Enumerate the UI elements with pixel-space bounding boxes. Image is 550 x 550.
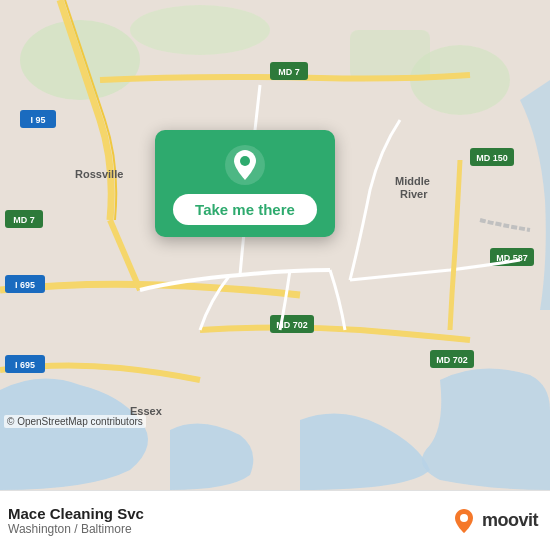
svg-text:MD 150: MD 150 bbox=[476, 153, 508, 163]
place-name: Mace Cleaning Svc bbox=[8, 505, 144, 522]
location-pin-icon bbox=[224, 144, 266, 186]
place-region: Washington / Baltimore bbox=[8, 522, 144, 536]
moovit-logo: moovit bbox=[450, 507, 538, 535]
bottom-bar: Mace Cleaning Svc Washington / Baltimore… bbox=[0, 490, 550, 550]
moovit-icon bbox=[450, 507, 478, 535]
svg-rect-3 bbox=[350, 30, 430, 80]
svg-point-29 bbox=[460, 514, 468, 522]
svg-text:MD 702: MD 702 bbox=[436, 355, 468, 365]
svg-point-4 bbox=[130, 5, 270, 55]
svg-text:River: River bbox=[400, 188, 428, 200]
popup-card: Take me there bbox=[155, 130, 335, 237]
svg-text:MD 7: MD 7 bbox=[13, 215, 35, 225]
moovit-text: moovit bbox=[482, 510, 538, 531]
place-info: Mace Cleaning Svc Washington / Baltimore bbox=[8, 505, 144, 536]
attribution: © OpenStreetMap contributors bbox=[4, 415, 146, 428]
take-me-there-button[interactable]: Take me there bbox=[173, 194, 317, 225]
svg-point-28 bbox=[240, 156, 250, 166]
svg-text:I 695: I 695 bbox=[15, 280, 35, 290]
svg-text:MD 7: MD 7 bbox=[278, 67, 300, 77]
svg-text:I 95: I 95 bbox=[30, 115, 45, 125]
svg-text:I 695: I 695 bbox=[15, 360, 35, 370]
svg-text:Rossville: Rossville bbox=[75, 168, 123, 180]
map-container: I 95 MD 7 I 695 I 695 MD 702 MD 702 MD 1… bbox=[0, 0, 550, 490]
svg-text:Middle: Middle bbox=[395, 175, 430, 187]
